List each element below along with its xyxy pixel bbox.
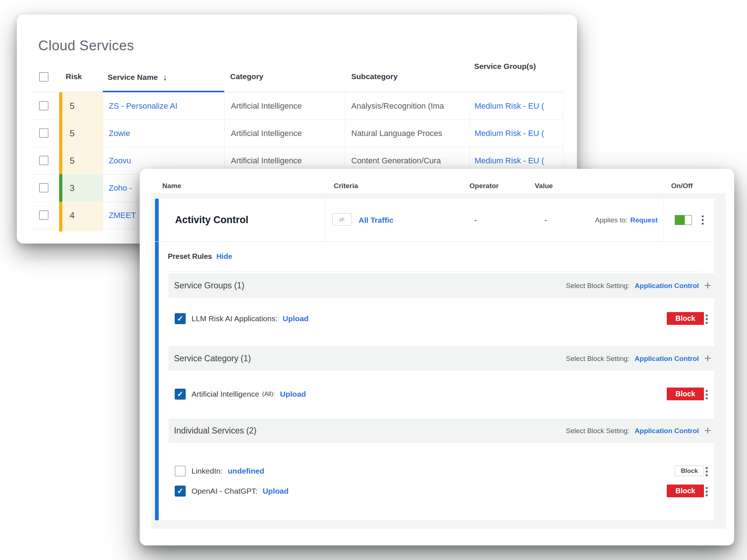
- category-cell: Artificial Intelligence: [231, 92, 340, 120]
- service-group-link[interactable]: Medium Risk - EU (: [475, 129, 544, 138]
- row-checkbox[interactable]: [39, 210, 49, 220]
- rule-row: Activity Control IF All Traffic - - Appl…: [155, 199, 714, 242]
- risk-score: 5: [59, 120, 103, 147]
- item-kebab-menu-icon[interactable]: [705, 486, 708, 497]
- row-checkbox[interactable]: [39, 183, 49, 192]
- column-header-subcategory[interactable]: Subcategory: [351, 72, 398, 81]
- row-checkbox[interactable]: [39, 128, 49, 138]
- rule-name: Activity Control: [175, 199, 248, 241]
- table-row: 5 Zowie Artificial Intelligence Natural …: [31, 120, 564, 147]
- undefined-link[interactable]: undefined: [228, 467, 264, 475]
- item-checkbox[interactable]: ✓: [175, 486, 186, 497]
- risk-score: 5: [59, 92, 103, 120]
- section-header-individual-services: Individual Services (2) Select Block Set…: [169, 419, 714, 443]
- block-button[interactable]: Block: [675, 466, 704, 476]
- item-checkbox[interactable]: [175, 466, 186, 477]
- criteria-link[interactable]: All Traffic: [359, 216, 394, 225]
- add-icon[interactable]: +: [704, 424, 711, 436]
- operator-value: -: [474, 199, 477, 241]
- toggle-knob: [685, 215, 692, 225]
- policy-column-onoff: On/Off: [671, 182, 693, 190]
- applies-to: Applies to: Request: [595, 199, 658, 241]
- row-checkbox[interactable]: [39, 101, 49, 110]
- item-kebab-menu-icon[interactable]: [705, 389, 708, 400]
- page: Cloud Services Risk Service Name↓ Catego…: [0, 0, 747, 560]
- risk-score: 5: [59, 147, 103, 174]
- service-name-link[interactable]: Zoho -: [109, 183, 132, 193]
- block-setting-link[interactable]: Application Control: [635, 355, 699, 363]
- column-header-risk[interactable]: Risk: [66, 72, 82, 81]
- check-icon: ✓: [177, 390, 183, 398]
- item-kebab-menu-icon[interactable]: [705, 466, 708, 477]
- select-all-checkbox[interactable]: [39, 72, 49, 82]
- upload-link[interactable]: Upload: [263, 487, 289, 495]
- check-icon: ✓: [177, 314, 183, 323]
- rule-on-off-toggle[interactable]: [675, 215, 692, 225]
- sort-desc-icon: ↓: [163, 73, 167, 82]
- hide-link[interactable]: Hide: [216, 252, 232, 261]
- item-checkbox[interactable]: ✓: [175, 313, 186, 324]
- item-kebab-menu-icon[interactable]: [705, 314, 708, 324]
- upload-link[interactable]: Upload: [283, 314, 309, 323]
- check-icon: ✓: [177, 487, 183, 495]
- page-title: Cloud Services: [38, 38, 134, 54]
- section-header-service-category: Service Category (1) Select Block Settin…: [169, 346, 714, 371]
- service-group-link[interactable]: Medium Risk - EU (: [475, 101, 544, 111]
- divider: [168, 271, 701, 272]
- policy-column-name: Name: [162, 182, 181, 190]
- if-badge: IF: [332, 213, 352, 226]
- preset-rules-label: Preset Rules: [168, 252, 212, 261]
- select-block-setting-label: Select Block Setting:: [566, 427, 630, 435]
- block-button[interactable]: Block: [667, 388, 704, 400]
- value-value: -: [545, 199, 547, 241]
- next-row-peek: [59, 229, 103, 232]
- individual-service-item: LinkedIn: undefined: [175, 464, 264, 478]
- category-cell: Artificial Intelligence: [231, 120, 340, 147]
- toggle-on-segment: [675, 215, 685, 225]
- select-block-setting-label: Select Block Setting:: [566, 282, 630, 290]
- policy-column-criteria: Criteria: [334, 182, 358, 190]
- item-label-suffix: (All):: [262, 390, 275, 398]
- risk-score: 4: [59, 202, 103, 229]
- block-button[interactable]: Block: [667, 312, 704, 325]
- column-header-service-name[interactable]: Service Name↓: [108, 72, 167, 82]
- rule-kebab-menu-icon[interactable]: [701, 215, 704, 225]
- preset-rules-row: Preset Rules Hide: [168, 241, 232, 271]
- service-name-link[interactable]: ZMEET: [109, 211, 136, 220]
- subcategory-cell: Natural Language Proces: [351, 120, 467, 147]
- service-name-link[interactable]: Zoovu: [109, 156, 131, 166]
- column-header-category[interactable]: Category: [230, 72, 263, 81]
- policy-column-value: Value: [535, 182, 553, 190]
- subcategory-cell: Analysis/Recognition (Ima: [351, 92, 467, 120]
- rule-block: Activity Control IF All Traffic - - Appl…: [155, 199, 714, 520]
- applies-to-link[interactable]: Request: [630, 216, 658, 224]
- risk-score: 3: [59, 174, 103, 202]
- block-setting-link[interactable]: Application Control: [635, 427, 699, 435]
- rule-accent-bar: [155, 199, 159, 520]
- item-checkbox[interactable]: ✓: [175, 389, 186, 400]
- add-icon[interactable]: +: [704, 352, 711, 364]
- column-header-service-groups[interactable]: Service Group(s): [474, 61, 540, 71]
- section-header-service-groups: Service Groups (1) Select Block Setting:…: [169, 273, 714, 298]
- service-name-link[interactable]: Zowie: [109, 129, 130, 138]
- service-name-link[interactable]: ZS - Personalize AI: [109, 101, 177, 111]
- row-checkbox[interactable]: [39, 156, 49, 165]
- upload-link[interactable]: Upload: [280, 390, 306, 398]
- policy-panel-card: Name Criteria Operator Value On/Off Acti…: [140, 169, 734, 545]
- select-block-setting-label: Select Block Setting:: [566, 355, 630, 363]
- block-button[interactable]: Block: [667, 485, 704, 497]
- block-setting-link[interactable]: Application Control: [635, 282, 699, 290]
- table-row: 5 ZS - Personalize AI Artificial Intelli…: [31, 92, 564, 120]
- add-icon[interactable]: +: [704, 279, 711, 291]
- policy-column-operator: Operator: [469, 182, 499, 190]
- service-category-item: ✓ Artificial Intelligence (All): Upload: [175, 387, 306, 401]
- service-group-link[interactable]: Medium Risk - EU (: [475, 156, 544, 166]
- individual-service-item: ✓ OpenAI - ChatGPT: Upload: [175, 484, 289, 498]
- service-group-item: ✓ LLM Risk AI Applications: Upload: [175, 311, 309, 326]
